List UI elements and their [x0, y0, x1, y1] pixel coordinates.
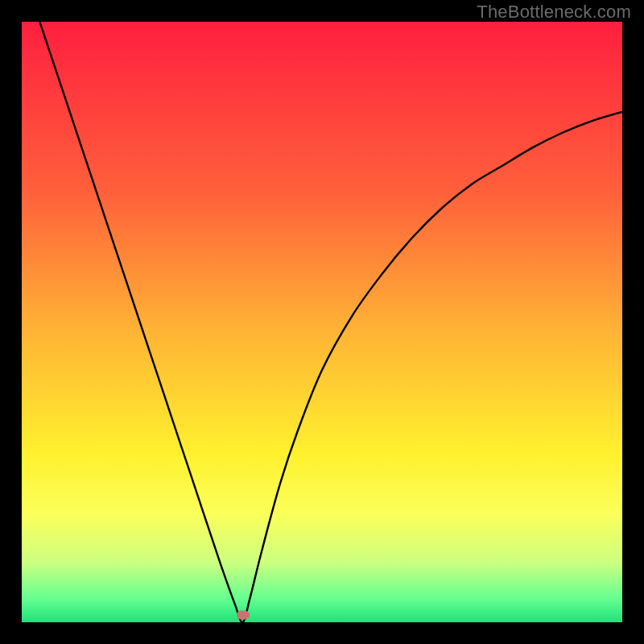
chart-svg	[22, 22, 622, 622]
watermark-text: TheBottleneck.com	[477, 2, 631, 23]
chart-frame: TheBottleneck.com	[0, 0, 644, 644]
optimal-marker	[237, 611, 250, 620]
plot-area	[22, 22, 622, 622]
gradient-background	[22, 22, 622, 622]
